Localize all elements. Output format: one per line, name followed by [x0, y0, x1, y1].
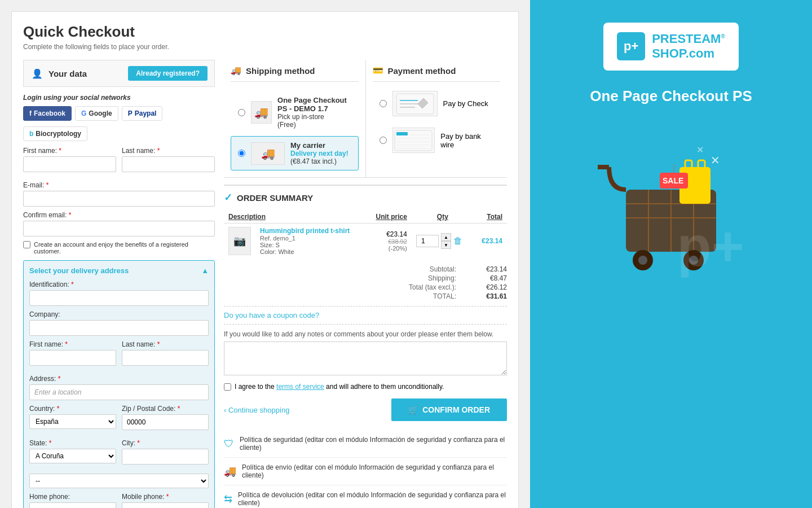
page-subtitle: Complete the following fields to place y…: [23, 43, 507, 51]
mobile-phone-input[interactable]: [122, 502, 209, 508]
payment-options-list: Pay by Check: [373, 86, 501, 157]
coupon-link[interactable]: Do you have a coupon code?: [224, 306, 507, 325]
svg-point-19: [638, 256, 647, 265]
shipping-info-2: My carrier Delivery next day! (€8.47 tax…: [290, 141, 348, 165]
check-payment-label: Pay by Check: [443, 99, 488, 108]
order-summary-title: ORDER SUMMARY: [237, 193, 313, 203]
biocryptology-login-button[interactable]: b Biocryptology: [23, 126, 87, 141]
shipping-cost-value: €8.47: [462, 274, 507, 282]
payment-icon: 💳: [373, 65, 383, 76]
delivery-last-name-label: Last name: *: [122, 340, 209, 348]
city-label: City: *: [122, 439, 209, 447]
total-excl-label: Total (tax excl.):: [377, 283, 462, 291]
first-name-label: First name: *: [23, 147, 116, 155]
description-col-header: Description: [224, 211, 367, 224]
total-price-cell: €23.14: [474, 224, 507, 259]
extra-select[interactable]: --: [29, 474, 209, 488]
google-login-button[interactable]: G Google: [75, 106, 118, 121]
country-select[interactable]: España: [29, 414, 116, 429]
last-name-input[interactable]: [122, 156, 215, 172]
zip-input[interactable]: [122, 414, 209, 430]
discount-label: (-20%): [371, 245, 407, 252]
terms-link[interactable]: terms of service: [276, 383, 324, 391]
checkmark-icon: ✓: [224, 191, 232, 204]
shipping-radio-2[interactable]: [238, 150, 245, 157]
google-icon: G: [81, 110, 86, 117]
first-name-input[interactable]: [23, 156, 116, 172]
cart-illustration: SALE ✕ ✕ p+: [592, 122, 750, 280]
check-payment-image: [392, 91, 438, 116]
qty-up-button[interactable]: ▲: [441, 233, 451, 241]
mobile-phone-label: Mobile phone: *: [122, 493, 209, 501]
product-ref: Ref. demo_1: [260, 235, 362, 242]
product-price-cell: €23.14 €38.92 (-20%): [367, 224, 412, 259]
payment-option-check[interactable]: Pay by Check: [373, 86, 501, 121]
delivery-first-name-input[interactable]: [29, 350, 116, 366]
policy-shipping: 🚚 Política de envío (editar con el módul…: [224, 458, 507, 485]
payment-radio-check[interactable]: [379, 100, 387, 107]
shipping-options-list: 🚚 One Page Checkout PS - DEMO 1.7 Pick u…: [231, 86, 359, 177]
qty-col-header: Qty: [412, 211, 474, 224]
product-color: Color: White: [260, 248, 362, 255]
policy-return-text: Política de devolución (editar con el mó…: [238, 491, 507, 507]
terms-checkbox[interactable]: [224, 383, 231, 391]
subtotal-value: €23.14: [462, 265, 507, 273]
paypal-icon: P: [128, 110, 133, 117]
delivery-first-name-label: First name: *: [29, 340, 116, 348]
shipping-info-1: One Page Checkout PS - DEMO 1.7 Pick up …: [277, 96, 351, 129]
confirm-order-button[interactable]: 🛒 CONFIRM ORDER: [391, 398, 507, 421]
delivery-last-name-input[interactable]: [122, 350, 209, 366]
product-size: Size: S: [260, 242, 362, 248]
total-excl-value: €26.12: [462, 283, 507, 291]
payment-section-title: Payment method: [388, 66, 456, 76]
brand-name: PRESTEAM® SHOP.com: [652, 32, 725, 62]
identification-label: Identification: *: [29, 281, 209, 288]
policy-shipping-text: Política de envío (editar con el módulo …: [242, 463, 507, 479]
state-select[interactable]: A Coruña: [29, 449, 116, 463]
delete-item-button[interactable]: 🗑: [453, 236, 462, 246]
email-input[interactable]: [23, 191, 215, 207]
create-account-checkbox[interactable]: [23, 241, 30, 248]
notes-label: If you would like to add any notes or co…: [224, 330, 507, 338]
brand-logo: p+: [617, 32, 645, 60]
identification-input[interactable]: [29, 290, 209, 306]
address-label: Address: *: [29, 375, 209, 383]
notes-textarea[interactable]: [224, 341, 507, 375]
return-icon: ⇆: [224, 493, 232, 505]
shipping-image-1: 🚚: [251, 101, 272, 124]
home-phone-input[interactable]: [29, 502, 116, 508]
terms-text: I agree to the terms of service and will…: [235, 383, 444, 391]
already-registered-button[interactable]: Already registered?: [128, 66, 208, 81]
product-details-cell: Hummingbird printed t-shirt Ref. demo_1 …: [255, 224, 367, 259]
grand-total-label: TOTAL:: [377, 292, 462, 300]
policies-section: 🛡 Política de seguridad (editar con el m…: [224, 430, 507, 508]
address-input[interactable]: [29, 384, 209, 400]
shipping-radio-1[interactable]: [238, 109, 245, 116]
your-data-title: Your data: [48, 69, 87, 78]
policy-security-text: Política de seguridad (editar con el mód…: [240, 436, 507, 452]
svg-text:SALE: SALE: [663, 176, 683, 185]
policy-security: 🛡 Política de seguridad (editar con el m…: [224, 430, 507, 458]
wire-payment-label: Pay by bank wire: [440, 132, 493, 149]
payment-radio-wire[interactable]: [379, 137, 387, 144]
cart-icon: 🛒: [408, 405, 418, 414]
confirm-email-label: Confirm email: *: [23, 211, 215, 219]
user-icon: 👤: [30, 67, 44, 80]
payment-option-wire[interactable]: Pay by bank wire: [373, 123, 501, 157]
qty-input[interactable]: [416, 235, 439, 247]
collapse-icon[interactable]: ▲: [201, 266, 209, 275]
qty-down-button[interactable]: ▼: [441, 241, 451, 249]
confirm-email-input[interactable]: [23, 221, 215, 237]
shipping-option-2[interactable]: 🚚 My carrier Delivery next day! (€8.47 t…: [231, 136, 359, 170]
continue-shopping-button[interactable]: ‹ Continue shopping: [224, 406, 289, 414]
state-label: State: *: [29, 439, 116, 447]
page-title: Quick Checkout: [23, 23, 507, 41]
shipping-option-1[interactable]: 🚚 One Page Checkout PS - DEMO 1.7 Pick u…: [231, 91, 359, 134]
paypal-login-button[interactable]: P Paypal: [122, 106, 163, 121]
company-input[interactable]: [29, 320, 209, 336]
biocryptology-icon: b: [29, 130, 33, 138]
facebook-login-button[interactable]: f Facebook: [23, 106, 72, 121]
promo-title: One Page Checkout PS: [590, 87, 752, 105]
city-input[interactable]: [122, 449, 209, 465]
product-thumbnail: 📷: [228, 227, 251, 255]
